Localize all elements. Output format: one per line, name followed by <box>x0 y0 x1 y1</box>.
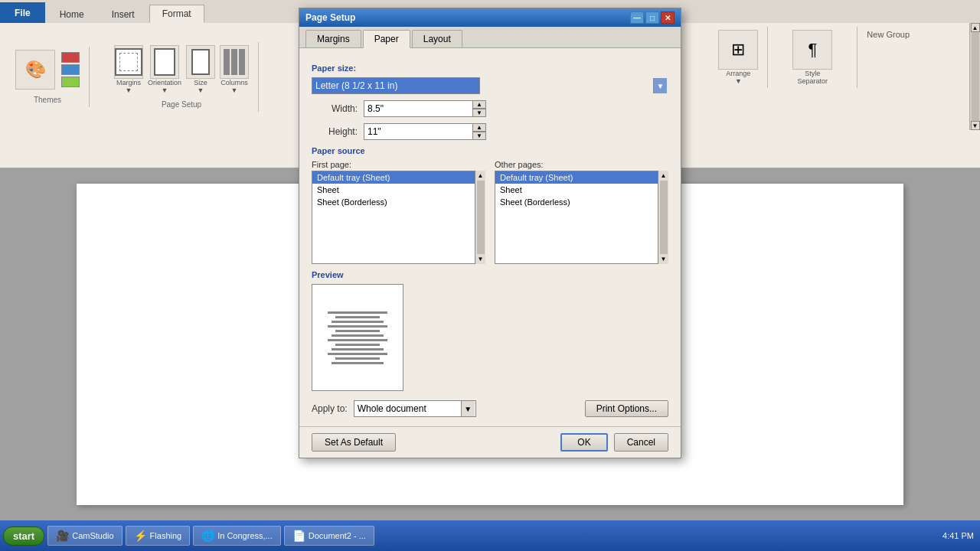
tab-paper[interactable]: Paper <box>363 30 410 48</box>
height-row: Height: ▲ ▼ <box>312 123 668 140</box>
width-spin-down[interactable]: ▼ <box>472 109 486 117</box>
paper-size-combo-wrapper: Letter (8 1/2 x 11 in) A4 Legal ▼ <box>312 77 668 94</box>
ribbon-group-page-setup: Margins ▼ Orientation ▼ Size <box>105 42 259 112</box>
preview-line-8 <box>335 344 381 346</box>
preview-line-12 <box>332 362 384 364</box>
maximize-button[interactable]: □ <box>645 11 659 24</box>
first-page-scroll-track <box>477 181 485 254</box>
preview-line-5 <box>335 330 381 332</box>
arrange-button[interactable]: ⊞ <box>718 30 758 70</box>
tab-margins[interactable]: Margins <box>305 30 361 47</box>
other-pages-scroll-up[interactable]: ▲ <box>659 171 668 181</box>
dialog-title: Page Setup <box>305 12 630 23</box>
preview-line-1 <box>328 311 387 314</box>
dialog-tabs: Margins Paper Layout <box>299 27 681 48</box>
margins-label: Margins <box>116 79 141 86</box>
other-pages-scroll-track <box>660 181 668 254</box>
preview-line-10 <box>328 353 387 355</box>
height-input[interactable] <box>364 123 486 140</box>
size-label: Size <box>194 79 207 86</box>
other-pages-label: Other pages: <box>495 160 668 169</box>
size-button[interactable] <box>186 45 215 79</box>
color-swatch-3[interactable] <box>61 77 80 87</box>
arrange-label: Arrange <box>726 70 750 77</box>
other-pages-option-3[interactable]: Sheet (Borderless) <box>495 196 668 208</box>
dialog-body: Paper size: Letter (8 1/2 x 11 in) A4 Le… <box>299 48 681 426</box>
other-pages-scrollbar[interactable]: ▲ ▼ <box>658 171 668 264</box>
preview-line-7 <box>328 339 387 341</box>
taskbar-item-flashing[interactable]: ⚡ Flashing <box>126 526 191 546</box>
cancel-button[interactable]: Cancel <box>614 433 668 452</box>
preview-line-9 <box>332 348 384 350</box>
tab-insert[interactable]: Insert <box>99 5 148 23</box>
taskbar-item-word[interactable]: 📄 Document2 - ... <box>284 526 374 546</box>
style-separator-button[interactable]: ¶ <box>792 30 832 70</box>
style-separator-label: StyleSeparator <box>798 70 828 85</box>
preview-line-11 <box>335 357 381 360</box>
first-page-option-1[interactable]: Default tray (Sheet) <box>312 171 485 184</box>
preview-box <box>312 284 403 391</box>
new-group-label: New Group <box>867 30 910 39</box>
ok-button[interactable]: OK <box>560 433 607 452</box>
height-spin-up[interactable]: ▲ <box>472 123 486 132</box>
other-pages-option-1[interactable]: Default tray (Sheet) <box>495 171 668 184</box>
browser-label: In Congress,... <box>217 531 273 540</box>
orientation-button[interactable] <box>150 45 179 79</box>
margins-button[interactable] <box>114 45 143 79</box>
width-input[interactable] <box>364 100 486 117</box>
height-spin-down[interactable]: ▼ <box>472 132 486 140</box>
color-swatch-2[interactable] <box>61 64 80 75</box>
first-page-scroll-down[interactable]: ▼ <box>476 254 485 264</box>
flashing-icon: ⚡ <box>134 530 147 542</box>
color-swatch-1[interactable] <box>61 52 80 63</box>
word-icon: 📄 <box>292 530 305 542</box>
first-page-section: First page: Default tray (Sheet) Sheet S… <box>312 160 485 264</box>
first-page-scrollbar[interactable]: ▲ ▼ <box>475 171 485 264</box>
paper-source-area: First page: Default tray (Sheet) Sheet S… <box>312 160 668 264</box>
start-button[interactable]: start <box>3 527 44 546</box>
columns-button[interactable] <box>220 45 249 79</box>
dialog-footer: Set As Default OK Cancel <box>299 426 681 458</box>
tab-home[interactable]: Home <box>47 5 97 23</box>
close-button[interactable]: ✕ <box>661 11 675 24</box>
scroll-up-btn[interactable]: ▲ <box>971 23 980 32</box>
minimize-button[interactable]: — <box>630 11 644 24</box>
preview-label: Preview <box>312 270 668 279</box>
first-page-option-3[interactable]: Sheet (Borderless) <box>312 196 485 208</box>
first-page-option-2[interactable]: Sheet <box>312 184 485 196</box>
flashing-label: Flashing <box>150 531 182 540</box>
preview-section: Preview <box>312 270 668 391</box>
taskbar: start 🎥 CamStudio ⚡ Flashing 🌐 In Congre… <box>0 520 980 551</box>
width-label: Width: <box>312 103 358 114</box>
themes-icon[interactable]: 🎨 <box>15 50 55 90</box>
first-page-scroll-up[interactable]: ▲ <box>476 171 485 181</box>
margins-icon <box>115 48 142 76</box>
first-page-list-box: Default tray (Sheet) Sheet Sheet (Border… <box>312 171 485 264</box>
word-label: Document2 - ... <box>309 531 366 540</box>
taskbar-item-browser[interactable]: 🌐 In Congress,... <box>193 526 281 546</box>
page-setup-dialog: Page Setup — □ ✕ Margins Paper Layout Pa… <box>299 8 681 458</box>
apply-to-combo-wrapper: Whole document This section This point f… <box>354 400 476 417</box>
tab-format[interactable]: Format <box>149 5 204 23</box>
paper-size-select[interactable]: Letter (8 1/2 x 11 in) A4 Legal <box>312 77 480 94</box>
camstudio-label: CamStudio <box>72 531 113 540</box>
right-ribbon-groups: ⊞ Arrange ▼ ¶ StyleSeparator New Group <box>709 27 919 88</box>
print-options-button[interactable]: Print Options... <box>585 400 668 417</box>
tab-layout[interactable]: Layout <box>412 30 462 47</box>
tab-file[interactable]: File <box>0 2 45 23</box>
other-pages-option-2[interactable]: Sheet <box>495 184 668 196</box>
preview-line-2 <box>335 316 381 318</box>
width-spin-up[interactable]: ▲ <box>472 100 486 109</box>
other-pages-scroll-down[interactable]: ▼ <box>659 254 668 264</box>
preview-line-3 <box>332 321 384 323</box>
set-as-default-button[interactable]: Set As Default <box>312 433 396 452</box>
size-icon <box>191 49 210 75</box>
dialog-titlebar: Page Setup — □ ✕ <box>299 8 681 27</box>
width-row: Width: ▲ ▼ <box>312 100 668 117</box>
scroll-track <box>972 32 979 121</box>
taskbar-item-camstudio[interactable]: 🎥 CamStudio <box>47 526 122 546</box>
other-pages-section: Other pages: Default tray (Sheet) Sheet … <box>495 160 668 264</box>
apply-to-select[interactable]: Whole document This section This point f… <box>354 400 476 417</box>
scroll-down-btn[interactable]: ▼ <box>971 121 980 130</box>
ribbon-scrollbar[interactable]: ▲ ▼ <box>969 23 980 130</box>
